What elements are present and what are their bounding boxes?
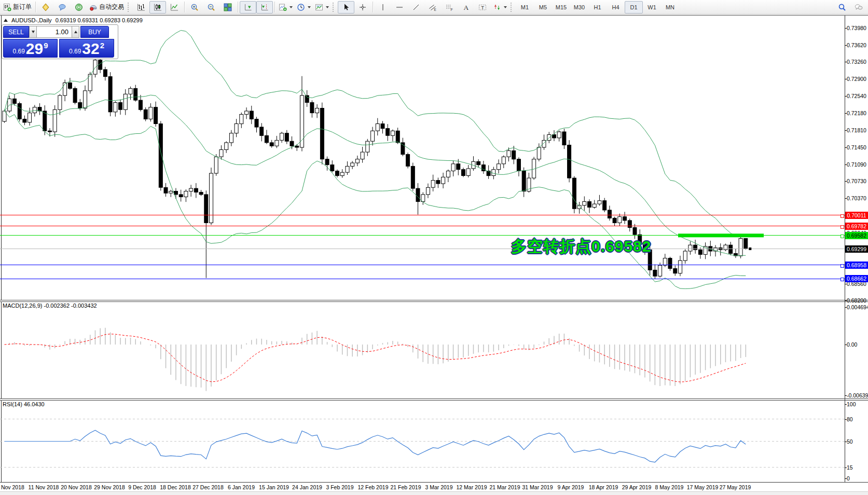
new-chart-icon [279, 3, 287, 11]
toolbar-grip[interactable] [511, 3, 514, 12]
line-anchor[interactable] [841, 278, 844, 281]
market-watch-button[interactable] [37, 1, 54, 13]
timeframe-m30-label: M30 [574, 4, 585, 10]
periods-icon [297, 3, 305, 11]
rsi-tick-label: 100 [847, 401, 856, 407]
text-icon: A [462, 3, 470, 11]
timeframe-m5[interactable]: M5 [534, 1, 552, 13]
timeframe-h1[interactable]: H1 [588, 1, 607, 13]
price-tick-label: 0.71450 [847, 144, 866, 150]
timeframe-m30[interactable]: M30 [570, 1, 588, 13]
main-chart-pane[interactable] [0, 16, 845, 300]
toolbar-grip[interactable] [128, 3, 131, 12]
rsi-tick-label: 80 [847, 416, 853, 422]
candle-chart-button[interactable] [149, 1, 166, 13]
line-chart-icon [170, 3, 178, 11]
price-tick-label: 0.71810 [847, 127, 866, 133]
volume-increase-button[interactable] [72, 26, 79, 38]
pivot-annotation: 多空转折点0.69582 [511, 236, 651, 257]
timeframe-m15[interactable]: M15 [552, 1, 570, 13]
macd-tick-label: 0.004694 [847, 304, 868, 310]
price-line-label: 0.69299 [845, 245, 868, 253]
mt4-window: 新订单自动交易EFATM1M5M15M30H1H4D1W1MN AUDUSD-,… [0, 0, 868, 495]
community-icon [855, 3, 863, 11]
chart-shift-icon [260, 3, 269, 11]
price-tick-label: 0.73620 [847, 42, 866, 48]
timeframe-h4[interactable]: H4 [607, 1, 625, 13]
zoom-out-button[interactable] [203, 1, 219, 13]
timeframe-m5-label: M5 [539, 4, 547, 10]
line-anchor[interactable] [841, 225, 844, 229]
auto-scroll-button[interactable] [240, 1, 256, 13]
trendline-button[interactable] [408, 1, 424, 13]
text-button[interactable]: A [458, 1, 474, 13]
community-button[interactable] [850, 1, 867, 13]
volume-input[interactable] [37, 26, 72, 38]
chart-title: AUDUSD-,Daily 0.69319 0.69331 0.69283 0.… [4, 17, 143, 23]
crosshair-button[interactable] [354, 1, 371, 13]
volume-decrease-button[interactable] [29, 26, 37, 38]
dropdown-arrow-icon[interactable] [326, 6, 329, 8]
sell-price-button[interactable]: 0.69299 [3, 39, 58, 58]
price-line-label: 0.69782 [845, 223, 868, 230]
vertical-line-button[interactable] [375, 1, 391, 13]
indicators-button[interactable] [313, 1, 331, 13]
buy-price-pip: 2 [100, 41, 104, 50]
new-chart-button[interactable] [277, 1, 295, 13]
line-anchor[interactable] [841, 214, 844, 218]
line-anchor[interactable] [841, 264, 844, 268]
timeframe-h4-label: H4 [612, 4, 619, 10]
rsi-pane[interactable] [0, 401, 845, 482]
buy-button[interactable]: BUY [80, 26, 109, 38]
dropdown-arrow-icon[interactable] [504, 6, 507, 8]
price-tick-label: 0.72900 [847, 76, 866, 82]
bar-chart-button[interactable] [133, 1, 149, 13]
fibonacci-button[interactable]: F [441, 1, 458, 13]
horizontal-line-button[interactable] [391, 1, 408, 13]
text-label-button[interactable]: T [474, 1, 491, 13]
dropdown-arrow-icon[interactable] [290, 6, 293, 8]
macd-pane[interactable] [0, 302, 845, 398]
current-price-marker [749, 248, 751, 250]
new-order-button[interactable]: 新订单 [1, 1, 34, 13]
timeframe-mn[interactable]: MN [661, 1, 679, 13]
fibo-icon: F [445, 3, 453, 11]
trendline-icon [412, 3, 420, 11]
templates-icon [315, 3, 323, 11]
toolbar-separator [35, 2, 36, 12]
auto-trading-button-label: 自动交易 [99, 3, 124, 11]
chart-shift-button[interactable] [256, 1, 273, 13]
rsi-tick-label: 15 [847, 464, 853, 471]
sell-price-pip: 9 [44, 41, 48, 50]
zoom-out-icon [207, 3, 215, 11]
buy-price-button[interactable]: 0.69322 [59, 39, 114, 58]
toolbar-separator [184, 2, 185, 12]
line-chart-button[interactable] [166, 1, 183, 13]
status-strip [0, 491, 868, 495]
rsi-tick-label: 50 [847, 438, 853, 445]
price-tick-label: 0.72540 [847, 93, 866, 99]
toolbar-grip[interactable] [333, 3, 336, 12]
timeframe-w1[interactable]: W1 [643, 1, 661, 13]
auto-trading-button[interactable]: 自动交易 [87, 1, 126, 13]
timeframe-d1-label: D1 [630, 4, 637, 10]
toolbar-separator [274, 2, 275, 12]
timeframe-d1[interactable]: D1 [625, 1, 643, 13]
timeframe-m1[interactable]: M1 [516, 1, 534, 13]
line-anchor[interactable] [841, 235, 844, 238]
equidistant-channel-button[interactable]: E [424, 1, 441, 13]
cursor-button[interactable] [338, 1, 354, 13]
svg-text:E: E [434, 7, 437, 11]
signals-button[interactable] [71, 1, 87, 13]
dropdown-arrow-icon[interactable] [308, 6, 311, 8]
chat-button[interactable] [54, 1, 71, 13]
tile-windows-button[interactable] [219, 1, 236, 13]
tile-windows-icon [224, 3, 232, 11]
svg-text:F: F [451, 8, 453, 11]
profiles-button[interactable] [295, 1, 313, 13]
arrows-button[interactable] [491, 1, 509, 13]
search-button[interactable] [834, 1, 850, 13]
sell-button[interactable]: SELL [3, 26, 29, 38]
zoom-in-button[interactable] [186, 1, 203, 13]
collapse-icon[interactable] [4, 19, 8, 22]
